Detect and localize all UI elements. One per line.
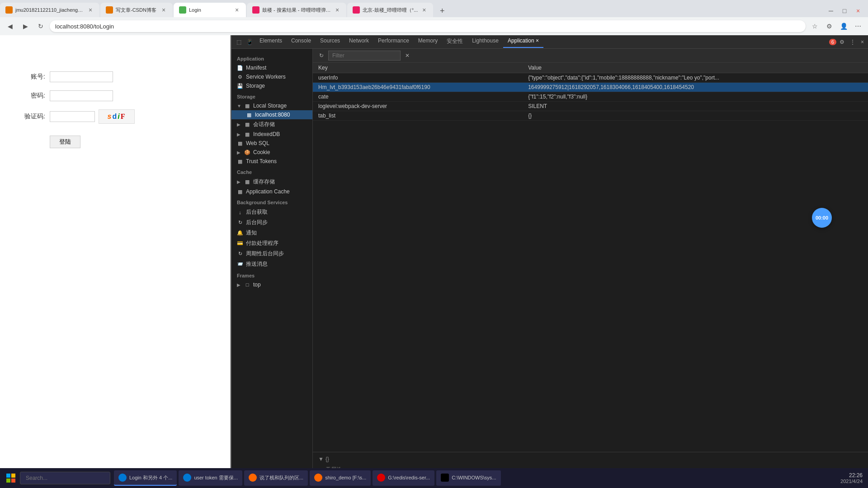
- taskbar-item-0[interactable]: Login 和另外 4 个...: [114, 470, 177, 486]
- captcha-image[interactable]: s d i F: [99, 109, 135, 124]
- refresh-filter-button[interactable]: ↻: [316, 51, 326, 61]
- devtools-close-icon[interactable]: ×: [859, 38, 866, 47]
- tab-1-close[interactable]: ×: [87, 6, 94, 14]
- table-row[interactable]: Hm_lvt_b393d153aeb26b46e9431fabaf0f6190 …: [313, 83, 868, 92]
- tab-application[interactable]: Application ×: [503, 36, 543, 48]
- local-storage-expand-icon[interactable]: ▼: [237, 103, 241, 108]
- floating-timer-button[interactable]: 00:00: [812, 208, 832, 228]
- maximize-button[interactable]: □: [838, 5, 851, 17]
- row-key: userInfo: [313, 73, 523, 83]
- sidebar-item-manifest[interactable]: 📄 Manifest: [231, 63, 312, 72]
- sidebar-ac-label: Application Cache: [246, 188, 290, 195]
- devtools-settings-icon[interactable]: ⚙: [837, 38, 847, 47]
- minimize-button[interactable]: ─: [825, 5, 837, 17]
- password-input[interactable]: [50, 90, 113, 101]
- more-button[interactable]: ⋯: [852, 20, 864, 33]
- taskbar-search-input[interactable]: [20, 472, 110, 484]
- tab-security[interactable]: 安全性: [442, 36, 467, 48]
- tab-5-favicon: [353, 6, 360, 14]
- taskbar-cmd-icon-5: [441, 474, 449, 482]
- tab-console[interactable]: Console: [287, 36, 316, 48]
- taskbar-item-3[interactable]: shiro_demo [F:\s...: [310, 470, 371, 486]
- sidebar-item-cache-storage[interactable]: ▶ ▦ 缓存存储: [231, 177, 312, 187]
- tab-5-close[interactable]: ×: [420, 6, 428, 14]
- tab-4-close[interactable]: ×: [334, 6, 341, 14]
- bookmark-button[interactable]: ☆: [808, 20, 821, 33]
- tab-4[interactable]: 鼓楼 - 搜索结果 - 哔哩哔哩弹幕... ×: [247, 3, 346, 17]
- sidebar-item-cookie[interactable]: ▶ 🍪 Cookie: [231, 148, 312, 157]
- address-input[interactable]: [50, 20, 806, 32]
- login-button[interactable]: 登陆: [50, 136, 80, 148]
- periodic-sync-icon: ↻: [237, 251, 243, 257]
- tab-1[interactable]: jmu201821122110_jiachengren... ×: [0, 3, 99, 17]
- table-row[interactable]: tab_list {}: [313, 111, 868, 121]
- taskbar-item-label-0: Login 和另外 4 个...: [129, 474, 172, 481]
- sidebar-item-periodic-sync[interactable]: ↻ 周期性后台同步: [231, 249, 312, 259]
- sidebar-item-bg-fetch[interactable]: ↓ 后台获取: [231, 207, 312, 217]
- row-value: SILENT: [523, 102, 868, 111]
- extension-button[interactable]: ⚙: [823, 20, 835, 33]
- sidebar-item-payment[interactable]: 💳 付款处理程序: [231, 238, 312, 249]
- taskbar-item-label-3: shiro_demo [F:\s...: [325, 475, 366, 480]
- cookie-expand-icon[interactable]: ▶: [237, 150, 241, 155]
- tab-5[interactable]: 北京-鼓楼_哔哩哔哩（°... ×: [347, 3, 433, 17]
- tab-3[interactable]: Login ×: [174, 3, 246, 17]
- sidebar-item-service-workers[interactable]: ⚙ Service Workers: [231, 72, 312, 81]
- taskbar-item-4[interactable]: G:\redis\redis-ser...: [373, 470, 434, 486]
- tab-sources[interactable]: Sources: [316, 36, 344, 48]
- sidebar-item-app-cache[interactable]: ▦ Application Cache: [231, 187, 312, 196]
- session-storage-expand-icon[interactable]: ▶: [237, 122, 241, 127]
- start-button[interactable]: [2, 469, 20, 487]
- sidebar-item-indexeddb[interactable]: ▶ ▦ IndexedDB: [231, 130, 312, 139]
- tab-2[interactable]: 写文章-CSDN博客 ×: [100, 3, 173, 17]
- indexeddb-expand-icon[interactable]: ▶: [237, 132, 241, 137]
- tab-lighthouse[interactable]: Lighthouse: [467, 36, 503, 48]
- close-button[interactable]: ×: [852, 5, 864, 17]
- taskbar-item-5[interactable]: C:\WINDOWS\sys...: [436, 470, 500, 486]
- collapse-icon[interactable]: ▼: [318, 456, 324, 462]
- cookie-icon: 🍪: [244, 149, 250, 155]
- devtools-more-icon[interactable]: ⋮: [848, 38, 858, 47]
- devtools-top-bar: ⬚ 📱 Elements Console Sources Network Per…: [231, 35, 868, 49]
- tab-2-close[interactable]: ×: [160, 6, 167, 14]
- forward-button[interactable]: ▶: [19, 20, 32, 33]
- sidebar-item-session-storage[interactable]: ▶ ▦ 会话存储: [231, 119, 312, 130]
- captcha-input[interactable]: [50, 111, 95, 122]
- back-button[interactable]: ◀: [4, 20, 16, 33]
- sidebar-notif-label: 通知: [246, 229, 257, 237]
- table-row[interactable]: cate {"f1":15,"f2":null,"f3":null}: [313, 92, 868, 102]
- sidebar-item-push-msg[interactable]: 📨 推送消息: [231, 259, 312, 269]
- sidebar-item-top[interactable]: ▶ □ top: [231, 280, 312, 289]
- sidebar-section-frames: Frames: [231, 269, 312, 280]
- cache-storage-expand-icon[interactable]: ▶: [237, 179, 241, 184]
- sidebar-item-storage-link[interactable]: 💾 Storage: [231, 81, 312, 90]
- sidebar-item-trust-tokens[interactable]: ▦ Trust Tokens: [231, 157, 312, 166]
- profile-button[interactable]: 👤: [837, 20, 850, 33]
- tab-network[interactable]: Network: [344, 36, 373, 48]
- table-row[interactable]: loglevel:webpack-dev-server SILENT: [313, 102, 868, 111]
- sidebar-item-localhost[interactable]: ▦ localhost:8080: [231, 110, 312, 119]
- sidebar-item-local-storage[interactable]: ▼ ▦ Local Storage: [231, 101, 312, 110]
- top-expand-icon[interactable]: ▶: [237, 282, 241, 287]
- row-value: {}: [523, 111, 868, 121]
- username-input[interactable]: [50, 71, 113, 82]
- tab-memory[interactable]: Memory: [414, 36, 442, 48]
- taskbar-item-2[interactable]: 说了栈和队列的区...: [244, 470, 308, 486]
- sidebar-item-websql[interactable]: ▦ Web SQL: [231, 139, 312, 148]
- taskbar-item-1[interactable]: user token 需要保...: [179, 470, 242, 486]
- reload-button[interactable]: ↻: [34, 20, 47, 33]
- sidebar-ls-label: Local Storage: [253, 103, 287, 109]
- tab-elements[interactable]: Elements: [255, 36, 287, 48]
- indexeddb-icon: ▦: [244, 131, 250, 137]
- table-row[interactable]: userInfo {"type":"object","data":{"id":1…: [313, 73, 868, 83]
- tab-performance[interactable]: Performance: [373, 36, 414, 48]
- devtools-inspect-icon[interactable]: ⬚: [233, 37, 244, 47]
- row-value: 1649999275912|1618292057,1618304066,1618…: [523, 83, 868, 92]
- sidebar-item-bg-sync[interactable]: ↻ 后台同步: [231, 217, 312, 228]
- filter-input[interactable]: [328, 51, 401, 61]
- clear-filter-button[interactable]: ✕: [402, 51, 412, 61]
- tab-3-close[interactable]: ×: [233, 6, 241, 14]
- new-tab-button[interactable]: +: [436, 5, 448, 17]
- sidebar-item-notifications[interactable]: 🔔 通知: [231, 228, 312, 238]
- devtools-device-icon[interactable]: 📱: [244, 37, 255, 47]
